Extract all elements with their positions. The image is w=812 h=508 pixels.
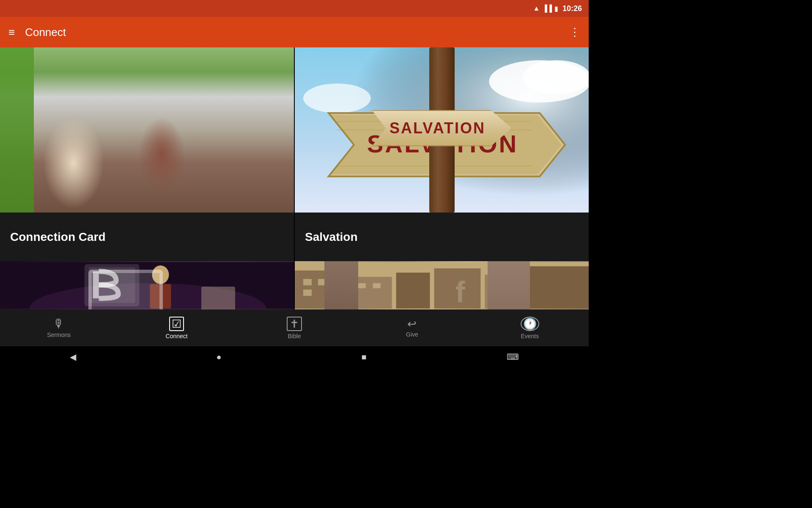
events-icon: 🕐 — [521, 317, 539, 331]
svg-point-13 — [123, 170, 258, 213]
svg-point-19 — [161, 79, 227, 117]
svg-point-24 — [523, 60, 589, 94]
bottom-nav: 🎙 Sermons ☑ Connect ✝ Bible ↩ Give 🕐 Eve… — [0, 309, 589, 346]
connection-card-title: Connection Card — [10, 230, 106, 244]
app-bar: ≡ Connect ⋮ — [0, 17, 589, 47]
give-icon: ↩ — [407, 318, 417, 329]
svg-rect-45 — [350, 277, 392, 309]
svg-rect-52 — [303, 290, 312, 296]
svg-rect-53 — [358, 283, 366, 288]
svg-rect-28 — [439, 47, 442, 212]
svg-rect-38 — [85, 264, 140, 306]
nav-events[interactable]: 🕐 Events — [471, 313, 589, 343]
svg-rect-49 — [527, 266, 589, 309]
bible-label: Bible — [288, 333, 301, 340]
connection-card-label: Connection Card — [0, 213, 294, 261]
svg-point-2 — [4, 83, 34, 113]
svg-rect-16 — [177, 119, 192, 129]
sermons-partial-card[interactable] — [0, 261, 294, 309]
svg-point-14 — [152, 111, 228, 204]
svg-point-7 — [55, 102, 140, 204]
svg-rect-51 — [318, 279, 326, 285]
time-display: 10:26 — [562, 4, 582, 13]
svg-rect-0 — [0, 47, 294, 212]
svg-point-9 — [68, 77, 144, 162]
svg-point-10 — [80, 134, 131, 160]
salvation-svg: SALVATION — [295, 47, 589, 213]
svg-rect-5 — [232, 47, 294, 132]
bottom-row: f — [0, 261, 589, 309]
status-icons: ▲ ▐▐ ▮ 10:26 — [533, 4, 582, 13]
svg-rect-8 — [55, 145, 140, 213]
main-content: FIRST STEP — [0, 47, 589, 309]
svg-point-25 — [303, 83, 371, 113]
svg-rect-26 — [430, 47, 454, 212]
salvation-photo: SALVATION — [295, 47, 589, 213]
home-button[interactable]: ● — [216, 352, 221, 362]
svg-point-15 — [160, 79, 228, 155]
sermons-label: Sermons — [47, 331, 71, 338]
salvation-card-item[interactable]: SALVATION Salvation — [294, 47, 589, 261]
battery-icon: ▮ — [554, 5, 558, 13]
salvation-card-title: Salvation — [305, 230, 357, 244]
svg-text:STEP: STEP — [8, 134, 24, 141]
svg-text:FIRST: FIRST — [8, 127, 26, 133]
menu-icon[interactable]: ≡ — [8, 27, 15, 38]
events-partial-card[interactable]: f — [294, 261, 589, 309]
svg-rect-46 — [396, 273, 430, 309]
keyboard-button[interactable]: ⌨ — [507, 352, 519, 362]
svg-rect-39 — [89, 267, 135, 303]
svg-rect-12 — [108, 174, 133, 213]
svg-rect-27 — [433, 52, 442, 213]
svg-point-20 — [173, 134, 215, 155]
sermons-icon: 🎙 — [53, 318, 65, 330]
connect-icon: ☑ — [169, 317, 184, 331]
svg-rect-1 — [0, 47, 38, 212]
nav-give[interactable]: ↩ Give — [353, 315, 471, 341]
bible-icon: ✝ — [287, 317, 302, 331]
svg-point-6 — [21, 166, 173, 213]
events-label: Events — [521, 333, 539, 340]
status-bar: ▲ ▐▐ ▮ 10:26 — [0, 0, 589, 17]
connect-label: Connect — [166, 333, 188, 340]
svg-rect-11 — [106, 170, 135, 213]
salvation-card-image: SALVATION — [295, 47, 589, 213]
connection-card-photo: FIRST STEP — [0, 47, 294, 213]
signal-icon: ▐▐ — [542, 5, 552, 12]
svg-rect-50 — [303, 279, 312, 285]
nav-bible[interactable]: ✝ Bible — [236, 313, 353, 343]
more-options-icon[interactable]: ⋮ — [569, 26, 580, 39]
sermons-svg — [0, 261, 294, 309]
back-button[interactable]: ◀ — [70, 352, 76, 362]
connection-card-svg: FIRST STEP — [0, 47, 294, 213]
nav-connect[interactable]: ☑ Connect — [118, 313, 235, 343]
svg-marker-30 — [331, 115, 562, 174]
give-label: Give — [406, 331, 418, 338]
svg-rect-42 — [150, 284, 171, 309]
svg-rect-48 — [485, 275, 523, 309]
wifi-icon: ▲ — [533, 5, 540, 12]
connection-card-image: FIRST STEP — [0, 47, 294, 213]
events-svg: f — [295, 261, 589, 309]
sermons-partial-image — [0, 261, 294, 309]
connection-card-item[interactable]: FIRST STEP — [0, 47, 294, 261]
svg-text:SALVATION: SALVATION — [367, 130, 518, 157]
page-title: Connect — [25, 26, 569, 39]
svg-point-41 — [152, 265, 169, 284]
top-row: FIRST STEP — [0, 47, 589, 261]
svg-rect-17 — [196, 119, 211, 129]
recents-button[interactable]: ■ — [361, 352, 366, 362]
svg-rect-40 — [93, 271, 99, 298]
system-nav-bar: ◀ ● ■ ⌨ — [0, 346, 589, 367]
events-partial-image: f — [295, 261, 589, 309]
salvation-card-label: Salvation — [295, 213, 589, 261]
svg-text:f: f — [455, 276, 465, 309]
svg-rect-54 — [373, 283, 381, 288]
svg-rect-44 — [295, 271, 346, 309]
nav-sermons[interactable]: 🎙 Sermons — [0, 315, 118, 342]
